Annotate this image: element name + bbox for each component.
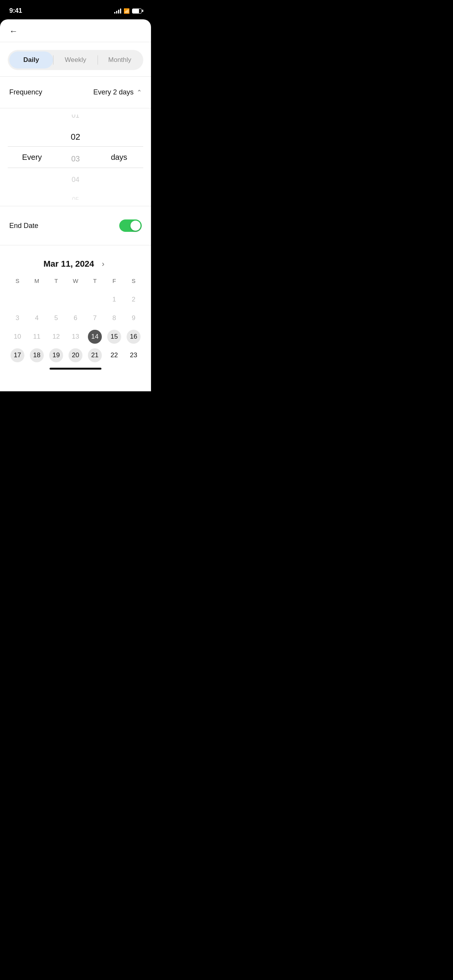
main-content: ← Daily Weekly Monthly Frequency Every 2… [0, 19, 151, 391]
picker-num-02: 02 [56, 126, 95, 148]
cal-day-21[interactable]: 21 [85, 346, 105, 365]
cal-day-1[interactable]: 1 [105, 290, 124, 309]
chevron-up-icon: ⌃ [137, 89, 142, 96]
cal-day-15[interactable]: 15 [105, 327, 124, 346]
cal-day-7[interactable]: 7 [85, 309, 105, 327]
frequency-label: Frequency [9, 88, 42, 96]
home-indicator-bar [50, 368, 101, 370]
picker-num-03: 03 [56, 148, 95, 170]
weekday-thu: T [85, 274, 105, 287]
picker-container: Every 01 02 03 04 05 days [0, 115, 151, 200]
home-indicator [0, 365, 151, 376]
calendar-header: Mar 11, 2024 › [8, 252, 143, 274]
cal-empty-1 [8, 290, 27, 309]
cal-day-18[interactable]: 18 [27, 346, 46, 365]
calendar-title: Mar 11, 2024 [43, 259, 94, 269]
weekday-sun: S [8, 274, 27, 287]
back-button[interactable]: ← [9, 27, 18, 36]
status-time: 9:41 [9, 7, 22, 15]
cal-day-17[interactable]: 17 [8, 346, 27, 365]
back-row: ← [0, 19, 151, 42]
cal-day-9[interactable]: 9 [124, 309, 143, 327]
weekday-wed: W [66, 274, 85, 287]
cal-day-19[interactable]: 19 [46, 346, 66, 365]
cal-empty-5 [85, 290, 105, 309]
status-bar: 9:41 📶 [0, 0, 151, 19]
cal-day-5[interactable]: 5 [46, 309, 66, 327]
wifi-icon: 📶 [124, 8, 130, 14]
cal-empty-4 [66, 290, 85, 309]
cal-empty-2 [27, 290, 46, 309]
picker-col-prefix: Every [8, 147, 56, 167]
frequency-value[interactable]: Every 2 days ⌃ [93, 88, 142, 96]
cal-day-20[interactable]: 20 [66, 346, 85, 365]
cal-day-2[interactable]: 2 [124, 290, 143, 309]
picker-num-01: 01 [56, 115, 95, 126]
cal-day-23[interactable]: 23 [124, 346, 143, 365]
weekday-mon: M [27, 274, 46, 287]
cal-empty-3 [46, 290, 66, 309]
signal-icon [114, 8, 121, 14]
end-date-toggle[interactable] [119, 219, 142, 232]
tab-monthly[interactable]: Monthly [98, 51, 142, 69]
divider-2 [0, 108, 151, 108]
weekday-tue: T [46, 274, 66, 287]
cal-day-4[interactable]: 4 [27, 309, 46, 327]
cal-day-11[interactable]: 11 [27, 327, 46, 346]
calendar-section: Mar 11, 2024 › S M T W T F S 1 2 3 4 5 6 [0, 252, 151, 365]
battery-icon [132, 9, 142, 14]
cal-day-8[interactable]: 8 [105, 309, 124, 327]
divider-4 [0, 245, 151, 245]
status-icons: 📶 [114, 8, 142, 14]
tab-switcher: Daily Weekly Monthly [8, 50, 143, 70]
divider-3 [0, 206, 151, 206]
calendar-weekdays: S M T W T F S [8, 274, 143, 287]
tab-daily[interactable]: Daily [9, 51, 53, 69]
end-date-row: End Date [0, 212, 151, 239]
cal-day-13[interactable]: 13 [66, 327, 85, 346]
frequency-row: Frequency Every 2 days ⌃ [0, 83, 151, 102]
weekday-fri: F [105, 274, 124, 287]
picker-suffix-label: days [111, 147, 127, 167]
end-date-label: End Date [9, 222, 38, 230]
cal-day-22[interactable]: 22 [105, 346, 124, 365]
cal-day-14[interactable]: 14 [85, 327, 105, 346]
cal-day-16[interactable]: 16 [124, 327, 143, 346]
weekday-sat: S [124, 274, 143, 287]
picker-columns: Every 01 02 03 04 05 days [8, 115, 143, 200]
frequency-value-text: Every 2 days [93, 88, 134, 96]
tab-weekly[interactable]: Weekly [53, 51, 97, 69]
cal-day-6[interactable]: 6 [66, 309, 85, 327]
cal-day-3[interactable]: 3 [8, 309, 27, 327]
picker-num-05: 05 [56, 190, 95, 200]
cal-day-10[interactable]: 10 [8, 327, 27, 346]
calendar-grid: 1 2 3 4 5 6 7 8 9 10 11 12 13 14 15 16 1… [8, 290, 143, 365]
picker-col-numbers[interactable]: 01 02 03 04 05 [56, 115, 95, 200]
toggle-thumb [130, 221, 141, 231]
divider-1 [0, 76, 151, 77]
calendar-next-button[interactable]: › [99, 258, 108, 270]
picker-prefix-label: Every [22, 147, 42, 167]
cal-day-12[interactable]: 12 [46, 327, 66, 346]
picker-num-04: 04 [56, 170, 95, 190]
picker-col-suffix: days [95, 147, 143, 167]
